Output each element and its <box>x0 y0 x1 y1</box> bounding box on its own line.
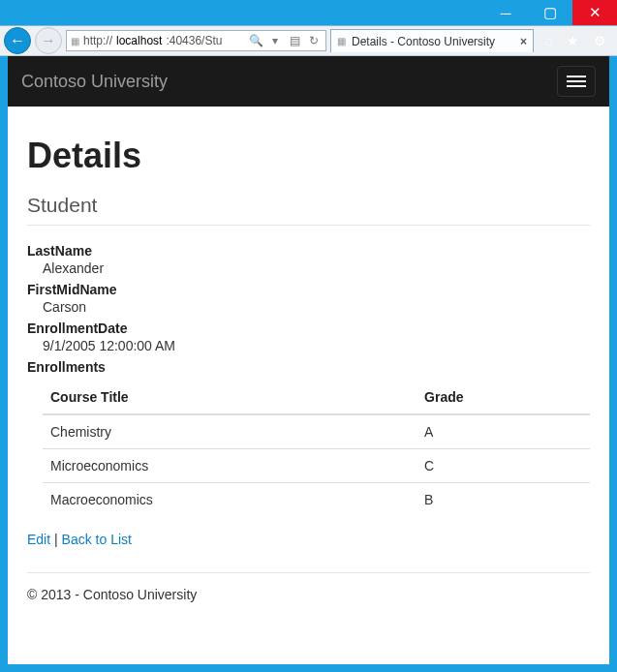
page-subtitle: Student <box>27 194 590 226</box>
compat-icon[interactable]: ▤ <box>287 33 302 48</box>
course-cell: Macroeconomics <box>43 483 416 517</box>
table-row: MacroeconomicsB <box>43 483 590 517</box>
enrollmentdate-value: 9/1/2005 12:00:00 AM <box>43 338 590 353</box>
page-viewport: Contoso University Details Student LastN… <box>8 56 609 664</box>
refresh-icon[interactable]: ↻ <box>306 33 322 48</box>
nav-forward-button[interactable]: → <box>35 27 62 54</box>
footer-divider <box>27 572 590 573</box>
lastname-value: Alexander <box>43 260 590 276</box>
firstmidname-label: FirstMidName <box>27 282 590 297</box>
url-protocol: http:// <box>83 34 112 47</box>
search-icon[interactable]: 🔍 <box>248 33 263 48</box>
course-cell: Microeconomics <box>43 449 416 483</box>
course-cell: Chemistry <box>43 414 416 449</box>
tab-page-icon: ▦ <box>337 36 346 46</box>
grade-cell: A <box>416 414 590 449</box>
table-row: ChemistryA <box>43 414 590 449</box>
window-maximize-button[interactable]: ▢ <box>528 0 572 25</box>
tab-close-icon[interactable]: × <box>520 35 527 48</box>
page-title: Details <box>27 136 590 176</box>
window-minimize-button[interactable]: ─ <box>483 0 528 25</box>
details-list: LastName Alexander FirstMidName Carson E… <box>27 243 590 516</box>
edit-link[interactable]: Edit <box>27 532 50 547</box>
menu-toggle-button[interactable] <box>557 66 596 97</box>
site-navbar: Contoso University <box>8 56 609 107</box>
action-links: Edit | Back to List <box>27 532 590 547</box>
grade-cell: C <box>416 449 590 483</box>
tab-title: Details - Contoso University <box>352 35 495 48</box>
dropdown-icon[interactable]: ▾ <box>267 33 283 48</box>
window-close-button[interactable]: ✕ <box>572 0 617 25</box>
url-host: localhost <box>116 34 162 47</box>
browser-toolbar: ← → ▦ http://localhost:40436/Stu 🔍 ▾ ▤ ↻… <box>0 25 617 56</box>
url-path: :40436/Stu <box>166 34 222 47</box>
col-course-title: Course Title <box>43 381 416 414</box>
back-to-list-link[interactable]: Back to List <box>62 532 132 547</box>
favorites-icon[interactable]: ★ <box>567 33 579 48</box>
col-grade: Grade <box>416 381 590 414</box>
link-separator: | <box>54 532 62 547</box>
brand-link[interactable]: Contoso University <box>21 72 168 92</box>
command-bar: ⌂ ★ ⚙ <box>538 33 613 48</box>
browser-tab[interactable]: ▦ Details - Contoso University × <box>330 29 534 52</box>
footer-text: © 2013 - Contoso University <box>27 587 590 622</box>
main-content: Details Student LastName Alexander First… <box>8 107 609 641</box>
window-titlebar: ─ ▢ ✕ <box>0 0 617 25</box>
enrollments-table: Course Title Grade ChemistryA Microecono… <box>43 381 590 516</box>
enrollmentdate-label: EnrollmentDate <box>27 321 590 336</box>
home-icon[interactable]: ⌂ <box>544 33 552 48</box>
table-row: MicroeconomicsC <box>43 449 590 483</box>
settings-icon[interactable]: ⚙ <box>594 33 606 48</box>
lastname-label: LastName <box>27 243 590 259</box>
firstmidname-value: Carson <box>43 299 590 315</box>
nav-back-button[interactable]: ← <box>4 27 31 54</box>
address-bar[interactable]: ▦ http://localhost:40436/Stu 🔍 ▾ ▤ ↻ <box>66 30 326 51</box>
page-icon: ▦ <box>71 36 79 46</box>
grade-cell: B <box>416 483 590 517</box>
enrollments-label: Enrollments <box>27 359 590 375</box>
